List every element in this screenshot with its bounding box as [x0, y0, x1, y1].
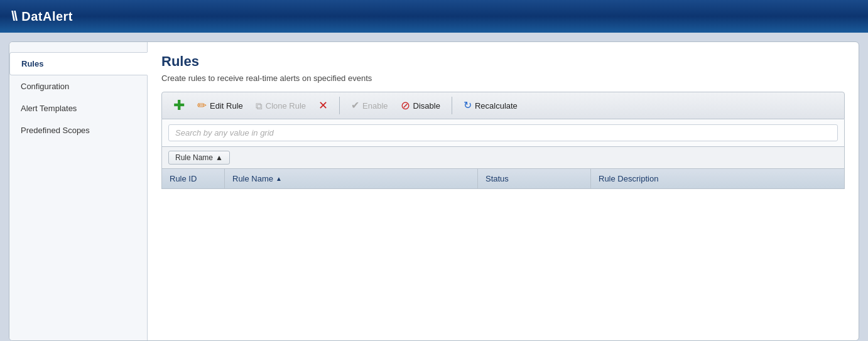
search-input[interactable]: [168, 124, 838, 141]
groupby-bar: Rule Name ▲: [161, 147, 845, 169]
col-rule-id[interactable]: Rule ID: [162, 169, 225, 188]
page-title: Rules: [161, 53, 845, 70]
col-status[interactable]: Status: [478, 169, 591, 188]
app-logo: \\ DatAlert: [11, 8, 73, 24]
add-icon: ✚: [173, 99, 185, 112]
sidebar-item-alert-templates[interactable]: Alert Templates: [9, 97, 147, 119]
logo-icon: \\: [11, 8, 16, 24]
col-rule-name[interactable]: Rule Name ▲: [225, 169, 478, 188]
table-header: Rule ID Rule Name ▲ Status Rule Descript…: [161, 169, 845, 189]
edit-rule-button[interactable]: ✏ Edit Rule: [192, 97, 248, 114]
sidebar: Rules Configuration Alert Templates Pred…: [9, 42, 148, 340]
main-area: Rules Configuration Alert Templates Pred…: [0, 33, 868, 341]
app-header: \\ DatAlert: [0, 0, 868, 33]
main-content: Rules Create rules to receive real-time …: [148, 42, 859, 340]
edit-icon: ✏: [197, 100, 207, 111]
page-subtitle: Create rules to receive real-time alerts…: [161, 73, 845, 83]
disable-rule-label: Disable: [413, 101, 440, 111]
disable-rule-button[interactable]: ⊘ Disable: [396, 97, 445, 114]
groupby-label: Rule Name: [175, 153, 213, 162]
clone-icon: ⧉: [256, 101, 263, 111]
delete-rule-button[interactable]: ✕: [313, 97, 333, 114]
toolbar: ✚ ✏ Edit Rule ⧉ Clone Rule ✕: [161, 92, 845, 119]
recalculate-label: Recalculate: [475, 101, 518, 111]
sidebar-item-rules[interactable]: Rules: [9, 52, 148, 75]
edit-rule-label: Edit Rule: [210, 101, 243, 111]
content-card: Rules Configuration Alert Templates Pred…: [9, 41, 859, 341]
col-rule-description[interactable]: Rule Description: [591, 169, 844, 188]
delete-icon: ✕: [318, 100, 328, 111]
rule-name-sort-icon: ▲: [276, 175, 282, 182]
toolbar-separator-1: [339, 97, 340, 114]
recalculate-button[interactable]: ↻ Recalculate: [458, 98, 523, 113]
enable-rule-button[interactable]: ✔ Enable: [346, 98, 393, 113]
logo-text: DatAlert: [21, 9, 73, 24]
enable-icon: ✔: [351, 100, 359, 111]
clone-rule-button[interactable]: ⧉ Clone Rule: [251, 99, 311, 113]
recalculate-icon: ↻: [464, 100, 472, 111]
toolbar-separator-2: [452, 97, 452, 114]
add-rule-button[interactable]: ✚: [168, 96, 190, 115]
disable-icon: ⊘: [401, 100, 410, 111]
enable-rule-label: Enable: [362, 101, 388, 111]
search-bar: [161, 119, 845, 147]
sidebar-item-configuration[interactable]: Configuration: [9, 75, 147, 97]
clone-rule-label: Clone Rule: [266, 101, 306, 111]
sidebar-item-predefined-scopes[interactable]: Predefined Scopes: [9, 119, 147, 141]
groupby-rule-name-button[interactable]: Rule Name ▲: [168, 151, 230, 165]
groupby-sort-icon: ▲: [215, 153, 223, 162]
